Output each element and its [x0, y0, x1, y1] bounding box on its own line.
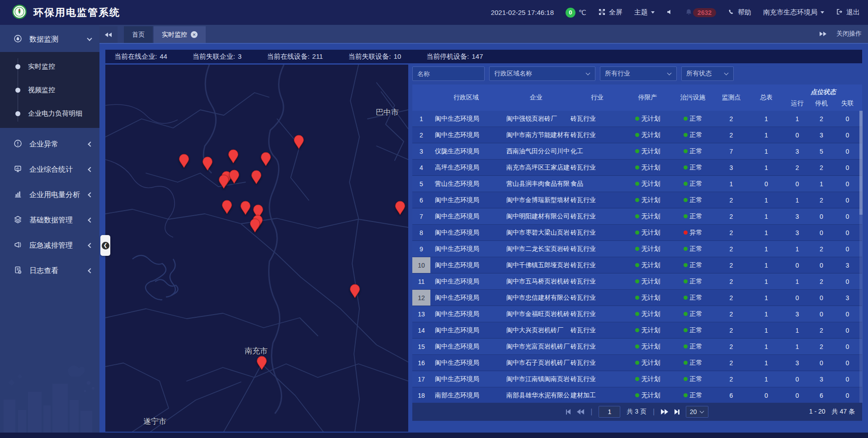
bullet-dot-icon — [15, 64, 20, 69]
table-header: 行政区域 企业 行业 停限产 治污设施 监测点 总表 点位状态 运行 停机 失联 — [412, 85, 862, 111]
region-filter-select[interactable]: 行政区域名称 — [489, 66, 595, 81]
tab-home[interactable]: 首页 — [124, 26, 153, 43]
double-chevron-left-icon — [105, 33, 112, 37]
status-dot-icon — [635, 377, 639, 381]
sidebar-collapse-handle[interactable]: ❮ — [100, 235, 110, 256]
name-search-input[interactable] — [417, 70, 480, 77]
table-row[interactable]: 12阆中生态环境局阆中市忠信建材有限公砖瓦行业无计划正常21003 — [412, 290, 862, 306]
tab-bar: 首页 实时监控 ✕ 关闭操作 — [99, 25, 868, 44]
table-row[interactable]: 8阆中生态环境局阆中市枣碧大梁山页岩砖瓦行业无计划异常21300 — [412, 225, 862, 241]
sidebar-item-emergency-reduction[interactable]: 应急减排管理 — [0, 233, 99, 258]
sidebar-item-log-view[interactable]: 日志查看 — [0, 258, 99, 283]
map-pin[interactable] — [228, 149, 239, 164]
cell-industry: 砖瓦行业 — [571, 355, 624, 371]
map-pin[interactable] — [395, 201, 406, 215]
table-row[interactable]: 11阆中生态环境局阆中市五马桥页岩机砖砖瓦行业无计划正常21120 — [412, 273, 862, 290]
table-row[interactable]: 5营山生态环境局营山县润丰肉食品有限食品无计划正常10010 — [412, 176, 862, 192]
table-row[interactable]: 10阆中生态环境局阆中千佛镇五郎垭页岩砖瓦行业无计划正常21003 — [412, 257, 862, 273]
map-pin[interactable] — [250, 218, 260, 233]
table-row[interactable]: 14阆中生态环境局阆中大兴页岩机砖厂砖瓦行业无计划正常21120 — [412, 322, 862, 339]
org-dropdown[interactable]: 南充市生态环境局 — [763, 8, 824, 17]
status-dot-icon — [684, 328, 688, 332]
double-chevron-right-icon[interactable] — [819, 32, 826, 36]
status-dot-icon — [635, 165, 639, 170]
chevron-left-icon: ❮ — [102, 242, 109, 250]
status-dot-icon — [684, 279, 688, 283]
help-button[interactable]: 帮助 — [728, 8, 751, 17]
table-row[interactable]: 7阆中生态环境局阆中明阳建材有限公司砖瓦行业无计划正常21300 — [412, 208, 862, 225]
map-pin[interactable] — [251, 170, 262, 184]
cell-company: 阆中市五马桥页岩机砖 — [502, 273, 571, 289]
cell-company: 阆中市光富页岩机砖厂 — [502, 339, 571, 354]
status-dot-icon — [635, 149, 639, 153]
status-filter-select[interactable]: 所有状态 — [681, 66, 734, 81]
prev-page-button[interactable] — [577, 409, 584, 414]
col-stop: 停机 — [810, 96, 833, 111]
table-row[interactable]: 3仪陇生态环境局西南油气田分公司川中化工无计划正常71350 — [412, 143, 862, 160]
industry-filter-select[interactable]: 所有行业 — [600, 66, 677, 81]
map-pin[interactable] — [260, 152, 271, 166]
next-page-button[interactable] — [661, 409, 668, 414]
tabs-scroll-left-button[interactable] — [99, 26, 118, 43]
sidebar-item-data-monitor[interactable]: 数据监测 — [0, 27, 99, 52]
cell-total-meters: 0 — [748, 387, 784, 403]
table-row[interactable]: 16阆中生态环境局阆中市石子页岩机砖厂砖瓦行业无计划正常21300 — [412, 355, 862, 371]
map-panel[interactable]: 巴中市 南充市 遂宁市 — [105, 65, 408, 432]
page-footer-strip — [0, 433, 868, 438]
map-pin[interactable] — [218, 174, 229, 189]
table-row[interactable]: 18南部生态环境局南部县雄华水泥有限公建材加工无计划正常60060 — [412, 387, 862, 403]
stats-bar: 当前在线企业:44 当前失联企业:3 当前在线设备:211 当前失联设备:10 … — [105, 50, 862, 63]
cell-facility-status: 正常 — [671, 387, 714, 403]
map-pin[interactable] — [240, 201, 251, 215]
fullscreen-button[interactable]: 全屏 — [598, 8, 623, 17]
map-pin[interactable] — [222, 200, 232, 214]
map-pin[interactable] — [256, 356, 267, 370]
close-operations-button[interactable]: 关闭操作 — [836, 30, 862, 38]
cell-running-count: 3 — [784, 208, 810, 224]
cell-limit-status: 无计划 — [624, 290, 671, 306]
last-page-button[interactable] — [675, 409, 679, 414]
name-filter[interactable] — [412, 66, 485, 81]
sidebar-item-enterprise-abnormal[interactable]: 企业异常 — [0, 132, 99, 157]
table-row[interactable]: 9阆中生态环境局阆中市二龙长宝页岩砖砖瓦行业无计划正常21120 — [412, 241, 862, 257]
chevron-left-icon — [88, 268, 93, 273]
map-pin[interactable] — [229, 170, 240, 184]
sidebar-item-realtime-monitor[interactable]: 实时监控 — [0, 55, 99, 78]
page-number-input[interactable] — [599, 406, 620, 418]
table-row[interactable]: 15阆中生态环境局阆中市光富页岩机砖厂砖瓦行业无计划正常21120 — [412, 339, 862, 355]
cell-industry: 食品 — [571, 176, 624, 192]
theme-dropdown[interactable]: 主题 — [634, 8, 655, 17]
map-pin[interactable] — [293, 135, 304, 149]
page-size-select[interactable]: 20 — [686, 406, 709, 418]
logout-button[interactable]: 退出 — [836, 8, 860, 17]
status-dot-icon — [684, 149, 688, 153]
cell-limit-status: 无计划 — [624, 111, 671, 127]
top-header: 环保用电监管系统 2021-02-25 17:46:18 0 ℃ 全屏 主题 — [0, 0, 868, 25]
cell-industry: 砖瓦行业 — [571, 192, 624, 208]
table-row[interactable]: 4高坪生态环境局南充市高坪区王家店建砖瓦行业无计划正常31220 — [412, 160, 862, 176]
cell-total-meters: 1 — [748, 290, 784, 306]
sidebar-item-enterprise-statistics[interactable]: 企业综合统计 — [0, 157, 99, 182]
tab-realtime-monitor[interactable]: 实时监控 ✕ — [154, 26, 206, 43]
map-pin[interactable] — [179, 154, 189, 168]
cell-index: 10 — [412, 257, 430, 273]
sidebar-item-video-monitor[interactable]: 视频监控 — [0, 78, 99, 102]
mute-button[interactable] — [666, 9, 673, 17]
map-pin[interactable] — [349, 284, 360, 298]
first-page-button[interactable] — [566, 409, 571, 414]
tab-close-icon[interactable]: ✕ — [191, 31, 198, 38]
cell-total-meters: 1 — [748, 371, 784, 387]
datetime: 2021-02-25 17:46:18 — [491, 9, 554, 16]
table-row[interactable]: 17阆中生态环境局阆中市江南镇阆南页岩砖瓦行业无计划正常21030 — [412, 371, 862, 387]
table-row[interactable]: 2阆中生态环境局阆中市南方节能建材有砖瓦行业无计划正常21030 — [412, 127, 862, 143]
table-row[interactable]: 13阆中生态环境局阆中市金福旺页岩机砖砖瓦行业无计划正常21300 — [412, 306, 862, 322]
sidebar-item-power-analysis[interactable]: 企业用电量分析 — [0, 182, 99, 207]
table-scrollbar[interactable] — [859, 111, 863, 403]
notifications[interactable]: 2632 — [685, 8, 716, 17]
sidebar-item-base-data[interactable]: 基础数据管理 — [0, 207, 99, 233]
table-row[interactable]: 1阆中生态环境局阆中强锐页岩砖厂砖瓦行业无计划正常21120 — [412, 111, 862, 127]
table-row[interactable]: 6阆中生态环境局阆中市金博瑞新型墙材砖瓦行业无计划正常21120 — [412, 192, 862, 208]
cell-index: 13 — [412, 306, 430, 322]
map-pin[interactable] — [202, 156, 213, 171]
sidebar-item-power-load-detail[interactable]: 企业电力负荷明细 — [0, 102, 99, 125]
